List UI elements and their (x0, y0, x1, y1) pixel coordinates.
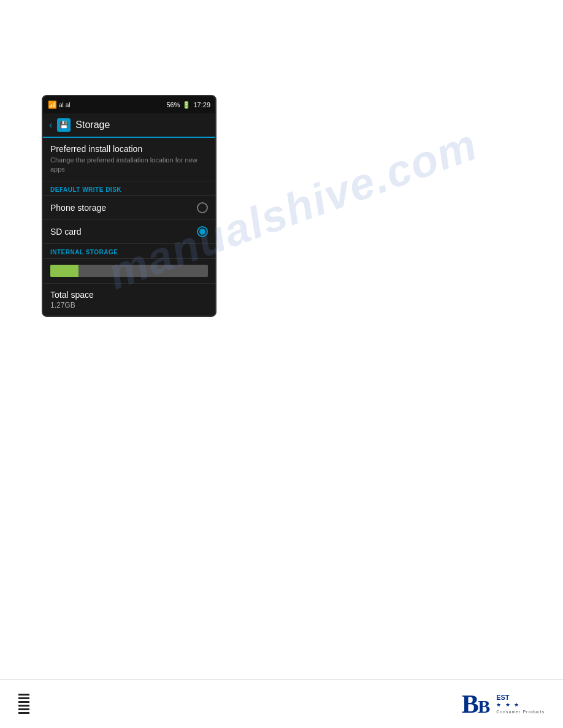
default-write-disk-header: DEFAULT WRITE DISK (43, 181, 215, 196)
bottom-bar: B B EST ★ ★ ★ Consumer Products (0, 679, 563, 728)
phone-storage-label: Phone storage (50, 203, 106, 213)
content-area: Preferred install location Change the pr… (43, 138, 215, 316)
phone-mockup: 📶 al al 56% 🔋 17:29 ‹ 💾 Storage Preferre… (42, 95, 216, 317)
sd-card-row[interactable]: SD card (43, 220, 215, 244)
logo-right-text: EST ★ ★ ★ Consumer Products (496, 693, 545, 715)
storage-icon-symbol: 💾 (59, 121, 69, 129)
sd-card-label: SD card (50, 227, 82, 237)
wifi-icon: 📶 (48, 100, 57, 109)
logo-b-large: B (462, 690, 479, 718)
storage-bar-section (43, 259, 215, 284)
total-space-label: Total space (50, 290, 208, 300)
phone-storage-row[interactable]: Phone storage (43, 196, 215, 220)
status-bar: 📶 al al 56% 🔋 17:29 (43, 96, 215, 113)
page-title: Storage (75, 119, 110, 131)
back-arrow-icon[interactable]: ‹ (49, 119, 52, 131)
logo-b-small: B (478, 696, 490, 716)
storage-icon: 💾 (57, 118, 71, 132)
status-right: 56% 🔋 17:29 (166, 101, 210, 109)
total-space-section: Total space 1.27GB (43, 284, 215, 316)
bbest-logo: B B EST ★ ★ ★ Consumer Products (462, 691, 545, 717)
logo-consumer: Consumer Products (496, 709, 545, 715)
battery-percentage: 56% (166, 101, 180, 108)
line-1 (18, 694, 29, 696)
internal-storage-header: INTERNAL STORAGE (43, 244, 215, 259)
signal-icon-2: al (66, 102, 71, 108)
signal-icon-1: al (59, 102, 64, 108)
logo-letters: B B (462, 691, 494, 717)
battery-icon: 🔋 (182, 101, 191, 109)
storage-bar-used (50, 265, 79, 277)
sd-card-radio[interactable] (197, 226, 208, 237)
preferred-install-title: Preferred install location (50, 144, 208, 154)
status-left: 📶 al al (48, 100, 71, 109)
line-4 (18, 705, 29, 707)
preferred-install-section[interactable]: Preferred install location Change the pr… (43, 138, 215, 181)
clock: 17:29 (193, 101, 210, 108)
line-3 (18, 701, 29, 703)
line-2 (18, 697, 29, 699)
preferred-install-subtitle: Change the preferred installation locati… (50, 156, 208, 175)
phone-storage-radio[interactable] (197, 202, 208, 213)
title-bar: ‹ 💾 Storage (43, 113, 215, 138)
storage-bar (50, 265, 208, 277)
logo-est: EST (496, 693, 545, 702)
logo-stars: ★ ★ ★ (496, 702, 545, 709)
total-space-value: 1.27GB (50, 301, 208, 309)
line-6 (18, 712, 29, 714)
page-lines-decoration (18, 694, 29, 714)
line-5 (18, 708, 29, 710)
